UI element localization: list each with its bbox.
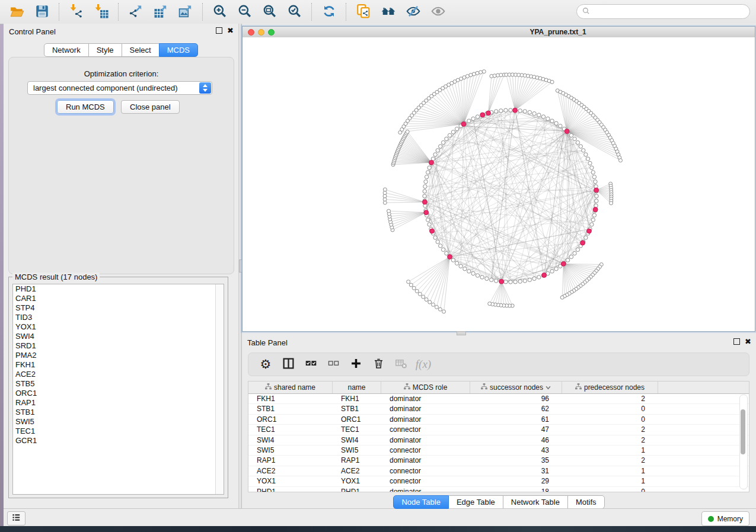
optimization-criterion-dropdown[interactable]: largest connected component (undirected) — [27, 81, 212, 95]
mcds-node[interactable] — [461, 122, 466, 127]
graph-node[interactable] — [541, 115, 545, 118]
column-header-predecessor-nodes[interactable]: predecessor nodes — [562, 382, 658, 393]
mcds-result-item[interactable]: RAP1 — [13, 398, 224, 408]
mcds-node[interactable] — [593, 207, 598, 212]
graph-node[interactable] — [423, 194, 426, 198]
graph-node[interactable] — [588, 161, 592, 165]
import-network-button[interactable] — [66, 3, 87, 21]
mcds-result-item[interactable]: SWI5 — [13, 417, 224, 427]
table-row[interactable]: RAP1RAP1dominator352 — [248, 456, 749, 466]
float-panel-icon[interactable] — [216, 27, 222, 34]
graph-node[interactable] — [592, 213, 596, 217]
graph-node[interactable] — [455, 261, 458, 265]
mcds-result-item[interactable]: STP4 — [13, 303, 224, 313]
mcds-result-item[interactable]: ORC1 — [13, 389, 224, 398]
graph-leaf-node[interactable] — [435, 305, 438, 309]
memory-button[interactable]: Memory — [701, 511, 749, 526]
graph-leaf-node[interactable] — [422, 295, 425, 299]
mcds-node[interactable] — [542, 273, 547, 278]
graph-node[interactable] — [518, 280, 522, 283]
mcds-node[interactable] — [429, 160, 434, 165]
graph-node[interactable] — [586, 157, 589, 161]
graph-node[interactable] — [423, 185, 427, 188]
graph-node[interactable] — [433, 153, 437, 156]
table-row[interactable]: PHD1PHD1dominator180 — [248, 487, 749, 492]
graph-node[interactable] — [476, 274, 479, 277]
graph-node[interactable] — [471, 117, 475, 120]
graph-node[interactable] — [573, 251, 576, 255]
graph-leaf-node[interactable] — [425, 298, 428, 302]
graph-node[interactable] — [441, 248, 445, 251]
graph-node[interactable] — [554, 121, 558, 125]
graph-node[interactable] — [528, 278, 531, 281]
graph-node[interactable] — [523, 110, 527, 113]
tab-edge-table[interactable]: Edge Table — [448, 495, 503, 509]
graph-node[interactable] — [480, 275, 484, 279]
zoom-fit-button[interactable] — [260, 3, 280, 21]
mcds-result-item[interactable]: TEC1 — [13, 427, 224, 436]
graph-node[interactable] — [445, 251, 448, 255]
graph-node[interactable] — [424, 180, 428, 184]
mcds-result-item[interactable]: PHD1 — [13, 284, 224, 294]
tab-mcds[interactable]: MCDS — [159, 43, 198, 57]
graph-leaf-node[interactable] — [560, 296, 564, 299]
graph-node[interactable] — [550, 270, 554, 273]
mcds-result-item[interactable]: YOX1 — [13, 322, 224, 332]
graph-node[interactable] — [559, 124, 562, 128]
tab-network-table[interactable]: Network Table — [503, 495, 568, 509]
table-scrollbar-thumb[interactable] — [741, 409, 745, 454]
graph-node[interactable] — [426, 218, 430, 222]
graph-leaf-node[interactable] — [482, 70, 486, 73]
graph-node[interactable] — [499, 109, 503, 113]
save-session-button[interactable] — [32, 3, 52, 21]
close-window-traffic-light[interactable] — [248, 29, 254, 36]
graph-leaf-node[interactable] — [407, 280, 410, 284]
graph-node[interactable] — [504, 108, 508, 112]
maximize-window-traffic-light[interactable] — [268, 29, 275, 36]
graph-leaf-node[interactable] — [383, 191, 387, 195]
mcds-node[interactable] — [587, 229, 592, 233]
table-row[interactable]: SWI4SWI4dominator462 — [248, 435, 749, 446]
graph-node[interactable] — [509, 280, 512, 284]
graph-node[interactable] — [439, 244, 442, 248]
graph-leaf-node[interactable] — [418, 292, 422, 296]
tab-select[interactable]: Select — [122, 43, 160, 57]
graph-node[interactable] — [455, 127, 458, 130]
graph-node[interactable] — [513, 280, 517, 284]
graph-node[interactable] — [441, 140, 445, 144]
hide-selected-button[interactable] — [403, 3, 423, 21]
graph-node[interactable] — [591, 171, 595, 174]
graph-node[interactable] — [433, 236, 437, 239]
open-file-button[interactable] — [7, 3, 27, 21]
table-row[interactable]: SWI5SWI5connector431 — [248, 446, 749, 456]
table-row[interactable]: TEC1TEC1connector472 — [248, 425, 749, 435]
table-row[interactable]: FKH1FKH1dominator962 — [248, 394, 749, 404]
graph-node[interactable] — [532, 277, 536, 280]
graph-leaf-node[interactable] — [409, 283, 413, 287]
network-window-titlebar[interactable]: YPA_prune.txt_1 — [243, 27, 755, 38]
zoom-in-button[interactable] — [210, 3, 230, 21]
mcds-node[interactable] — [423, 200, 428, 204]
search-input[interactable] — [593, 5, 749, 18]
clone-network-button[interactable] — [353, 3, 374, 21]
graph-node[interactable] — [594, 180, 597, 184]
graph-node[interactable] — [550, 119, 554, 123]
panel-menu-button[interactable] — [7, 511, 25, 525]
delete-row-button[interactable] — [369, 356, 387, 373]
mcds-node[interactable] — [564, 129, 569, 134]
graph-node[interactable] — [428, 223, 431, 226]
mcds-node[interactable] — [561, 261, 566, 266]
graph-node[interactable] — [554, 267, 558, 271]
graph-node[interactable] — [537, 275, 541, 279]
export-image-button[interactable] — [176, 3, 196, 21]
column-header-name[interactable]: name — [333, 382, 381, 393]
mcds-node[interactable] — [499, 279, 504, 284]
graph-node[interactable] — [448, 133, 451, 137]
graph-node[interactable] — [439, 145, 442, 148]
graph-node[interactable] — [467, 270, 471, 273]
tab-node-table[interactable]: Node Table — [393, 495, 449, 509]
mcds-result-list[interactable]: PHD1CAR1STP4TID3YOX1SWI4SRD1PMA2FKH1ACE2… — [12, 284, 224, 495]
graph-node[interactable] — [476, 115, 479, 118]
tab-network[interactable]: Network — [44, 43, 89, 57]
graph-node[interactable] — [518, 109, 522, 113]
